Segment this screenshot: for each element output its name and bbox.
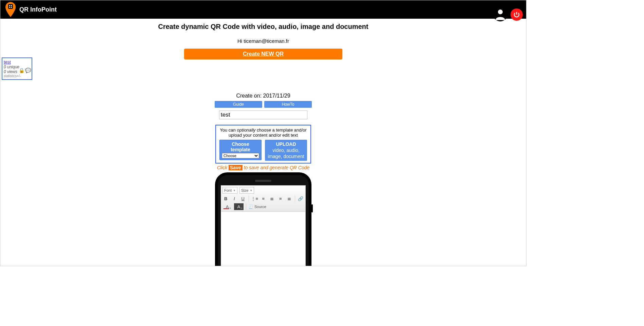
- source-icon: 🧾: [249, 205, 253, 209]
- tab-guide[interactable]: Guide: [215, 101, 262, 108]
- chat-icon: 💬: [25, 68, 31, 73]
- greeting: Hi ticeman@ticeman.fr: [0, 38, 526, 44]
- choose-template-label: Choose template: [222, 141, 259, 152]
- tab-howto[interactable]: HowTo: [264, 101, 312, 108]
- editor-content-area[interactable]: [221, 212, 305, 266]
- italic-icon[interactable]: I: [231, 195, 237, 202]
- created-on: Create on: 2017/11/29: [214, 93, 312, 99]
- upload-button[interactable]: UPLOAD video, audio, image, document: [265, 140, 307, 161]
- brand[interactable]: QR InfoPoint: [4, 0, 57, 19]
- template-select[interactable]: Choose: [222, 153, 259, 158]
- editor-toolbar: Font▼ Size▼ B I U ⋮≡ ≡ ≣ ≡ ≣ 🔗: [221, 186, 305, 212]
- svg-rect-4: [11, 7, 12, 8]
- text-color-icon[interactable]: A▼: [222, 203, 232, 210]
- source-button[interactable]: 🧾 Source: [249, 205, 266, 209]
- create-new-qr-button[interactable]: Create NEW QR: [184, 49, 342, 59]
- logo-pin-icon: [4, 0, 17, 19]
- background-color-icon[interactable]: A▼: [234, 203, 244, 210]
- choose-template-block: Choose template Choose: [219, 140, 262, 160]
- user-avatar-icon[interactable]: [493, 6, 508, 23]
- lock-icon: 🔒: [19, 68, 24, 73]
- size-dropdown[interactable]: Size▼: [239, 187, 254, 194]
- font-dropdown[interactable]: Font▼: [222, 187, 237, 194]
- top-bar: QR InfoPoint: [0, 0, 526, 19]
- qr-side-card[interactable]: test 0 unique 0 views statistics+/- 🔒 💬: [2, 57, 32, 80]
- bulleted-list-icon[interactable]: ⋮≡: [251, 195, 258, 202]
- power-icon[interactable]: [511, 8, 523, 21]
- svg-rect-1: [9, 5, 10, 6]
- underline-icon[interactable]: U: [240, 195, 246, 202]
- options-text: You can optionally choose a template and…: [218, 127, 308, 138]
- align-left-icon[interactable]: ≡: [260, 195, 267, 202]
- phone-frame: Font▼ Size▼ B I U ⋮≡ ≡ ≣ ≡ ≣ 🔗: [215, 172, 311, 266]
- click-save-hint: Click Save to save and generate QR Code: [214, 165, 312, 170]
- svg-rect-3: [9, 7, 10, 8]
- phone-speaker: [255, 180, 271, 182]
- options-box: You can optionally choose a template and…: [215, 125, 311, 164]
- link-icon[interactable]: 🔗: [298, 195, 304, 202]
- qr-card-stats-link[interactable]: statistics+/-: [4, 74, 30, 78]
- justify-icon[interactable]: ≣: [286, 195, 292, 202]
- phone-side-button: [311, 204, 313, 212]
- brand-title: QR InfoPoint: [19, 6, 57, 13]
- align-center-icon[interactable]: ≣: [269, 195, 275, 202]
- save-inline-button[interactable]: Save: [229, 165, 243, 170]
- svg-rect-0: [8, 4, 13, 9]
- qr-card-title[interactable]: test: [4, 59, 30, 65]
- qr-title-input[interactable]: [219, 110, 307, 119]
- rich-text-editor: Font▼ Size▼ B I U ⋮≡ ≡ ≣ ≡ ≣ 🔗: [221, 185, 306, 266]
- svg-rect-2: [11, 5, 12, 6]
- page-headline: Create dynamic QR Code with video, audio…: [0, 23, 526, 31]
- svg-point-6: [498, 10, 503, 14]
- align-right-icon[interactable]: ≡: [277, 195, 284, 202]
- bold-icon[interactable]: B: [222, 195, 229, 202]
